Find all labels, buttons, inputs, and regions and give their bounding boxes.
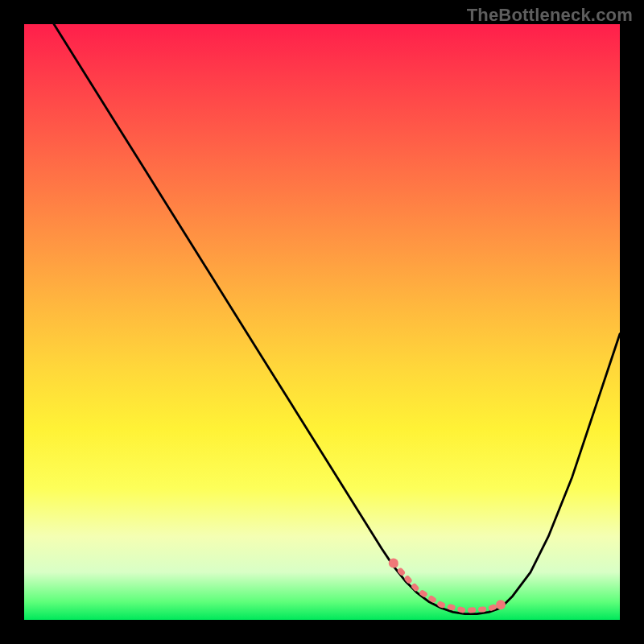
watermark-label: TheBottleneck.com <box>467 5 633 26</box>
bottleneck-curve <box>54 24 620 614</box>
plot-area <box>24 24 620 620</box>
chart-frame: TheBottleneck.com <box>0 0 644 644</box>
marker-dot <box>496 600 506 609</box>
curve-svg <box>24 24 620 620</box>
near-bottom-markers <box>389 558 506 610</box>
marker-dot <box>389 558 398 568</box>
